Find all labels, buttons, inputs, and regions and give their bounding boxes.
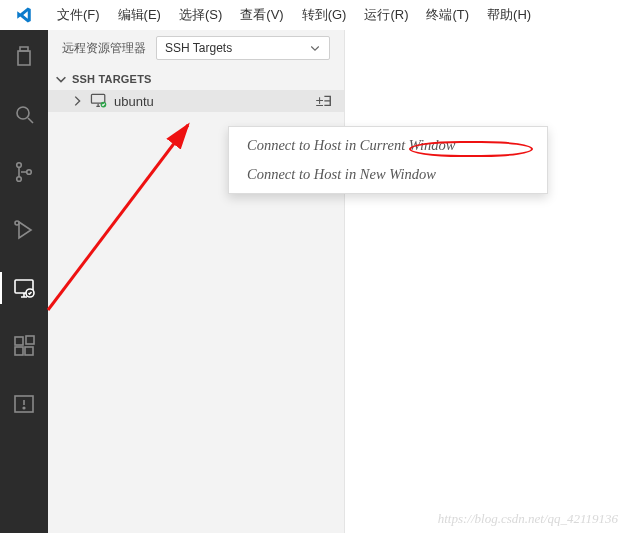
chevron-down-icon [54, 72, 68, 86]
activity-source-control-icon[interactable] [0, 152, 48, 192]
svg-point-0 [17, 107, 29, 119]
targets-dropdown[interactable]: SSH Targets [156, 36, 330, 60]
panel-header: 远程资源管理器 SSH Targets [48, 30, 344, 66]
vscode-logo-icon [0, 6, 48, 24]
ssh-host-row[interactable]: ubuntu ±∃ [48, 90, 344, 112]
context-menu: Connect to Host in Current Window Connec… [228, 126, 548, 194]
menu-terminal[interactable]: 终端(T) [417, 1, 478, 29]
panel-header-label: 远程资源管理器 [62, 40, 146, 57]
svg-rect-7 [15, 337, 23, 345]
menu-view[interactable]: 查看(V) [231, 1, 292, 29]
chevron-down-icon [309, 42, 321, 54]
svg-rect-8 [15, 347, 23, 355]
editor-area [345, 30, 626, 533]
add-window-icon[interactable]: ±∃ [314, 93, 334, 109]
activity-extensions-icon[interactable] [0, 326, 48, 366]
activity-explorer-icon[interactable] [0, 36, 48, 76]
svg-point-3 [27, 170, 32, 175]
svg-point-1 [17, 163, 22, 168]
ssh-host-label: ubuntu [114, 94, 154, 109]
activity-remote-explorer-icon[interactable] [0, 268, 48, 308]
svg-point-2 [17, 177, 22, 182]
menu-file[interactable]: 文件(F) [48, 1, 109, 29]
menu-goto[interactable]: 转到(G) [293, 1, 356, 29]
monitor-online-icon [90, 93, 108, 109]
menu-run[interactable]: 运行(R) [355, 1, 417, 29]
activity-problems-icon[interactable] [0, 384, 48, 424]
ctx-connect-current-window[interactable]: Connect to Host in Current Window [229, 131, 547, 160]
svg-point-4 [15, 221, 19, 225]
menu-edit[interactable]: 编辑(E) [109, 1, 170, 29]
menu-bar: 文件(F) 编辑(E) 选择(S) 查看(V) 转到(G) 运行(R) 终端(T… [0, 0, 626, 30]
svg-point-12 [23, 407, 25, 409]
section-ssh-targets[interactable]: SSH TARGETS [48, 66, 344, 90]
watermark-text: https://blog.csdn.net/qq_42119136 [438, 511, 618, 527]
ctx-connect-new-window[interactable]: Connect to Host in New Window [229, 160, 547, 189]
chevron-right-icon [70, 94, 84, 108]
remote-explorer-panel: 远程资源管理器 SSH Targets SSH TARGETS ubuntu ±… [48, 30, 345, 533]
activity-search-icon[interactable] [0, 94, 48, 134]
targets-dropdown-value: SSH Targets [165, 41, 232, 55]
svg-rect-10 [26, 336, 34, 344]
menu-help[interactable]: 帮助(H) [478, 1, 540, 29]
svg-rect-9 [25, 347, 33, 355]
activity-bar [0, 30, 48, 533]
activity-debug-icon[interactable] [0, 210, 48, 250]
section-title-label: SSH TARGETS [72, 73, 152, 85]
menu-select[interactable]: 选择(S) [170, 1, 231, 29]
